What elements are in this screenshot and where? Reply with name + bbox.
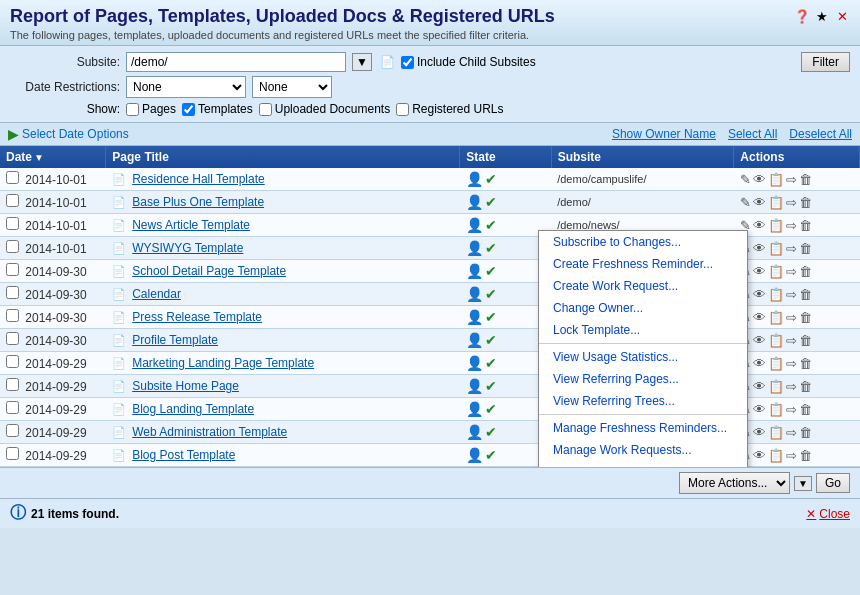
row-checkbox[interactable]	[6, 171, 19, 184]
move-icon[interactable]: ⇨	[786, 172, 797, 187]
view-icon[interactable]: 👁	[753, 379, 766, 394]
view-icon[interactable]: 👁	[753, 264, 766, 279]
view-icon[interactable]: 👁	[753, 310, 766, 325]
copy-icon[interactable]: 📋	[768, 264, 784, 279]
move-icon[interactable]: ⇨	[786, 425, 797, 440]
row-checkbox[interactable]	[6, 240, 19, 253]
copy-icon[interactable]: 📋	[768, 425, 784, 440]
delete-icon[interactable]: 🗑	[799, 425, 812, 440]
more-actions-select[interactable]: More Actions...	[679, 472, 790, 494]
uploaded-docs-checkbox-label[interactable]: Uploaded Documents	[259, 102, 390, 116]
deselect-all-link[interactable]: Deselect All	[789, 127, 852, 141]
show-owner-link[interactable]: Show Owner Name	[612, 127, 716, 141]
view-icon[interactable]: 👁	[753, 402, 766, 417]
move-icon[interactable]: ⇨	[786, 287, 797, 302]
row-checkbox[interactable]	[6, 286, 19, 299]
include-child-checkbox[interactable]	[401, 56, 414, 69]
context-menu-item[interactable]: Change Owner...	[539, 297, 747, 319]
copy-icon[interactable]: 📋	[768, 172, 784, 187]
view-icon[interactable]: 👁	[753, 241, 766, 256]
copy-icon[interactable]: 📋	[768, 218, 784, 233]
move-icon[interactable]: ⇨	[786, 356, 797, 371]
delete-icon[interactable]: 🗑	[799, 310, 812, 325]
help-icon[interactable]: ❓	[794, 8, 810, 24]
context-menu-item[interactable]: Subscribe to Changes...	[539, 231, 747, 253]
copy-icon[interactable]: 📋	[768, 287, 784, 302]
delete-icon[interactable]: 🗑	[799, 448, 812, 463]
move-icon[interactable]: ⇨	[786, 333, 797, 348]
move-icon[interactable]: ⇨	[786, 448, 797, 463]
view-icon[interactable]: 👁	[753, 448, 766, 463]
move-icon[interactable]: ⇨	[786, 379, 797, 394]
move-icon[interactable]: ⇨	[786, 310, 797, 325]
move-icon[interactable]: ⇨	[786, 402, 797, 417]
uploaded-docs-checkbox[interactable]	[259, 103, 272, 116]
context-menu-item[interactable]: Manage Contacts...	[539, 461, 747, 467]
page-title-link[interactable]: Press Release Template	[132, 310, 262, 324]
move-icon[interactable]: ⇨	[786, 264, 797, 279]
view-icon[interactable]: 👁	[753, 356, 766, 371]
col-page-title[interactable]: Page Title	[106, 146, 460, 168]
row-checkbox[interactable]	[6, 424, 19, 437]
delete-icon[interactable]: 🗑	[799, 264, 812, 279]
view-icon[interactable]: 👁	[753, 425, 766, 440]
delete-icon[interactable]: 🗑	[799, 356, 812, 371]
registered-urls-checkbox-label[interactable]: Registered URLs	[396, 102, 503, 116]
col-date[interactable]: Date▼	[0, 146, 106, 168]
date-select-2[interactable]: None	[252, 76, 332, 98]
view-icon[interactable]: 👁	[753, 218, 766, 233]
context-menu-item[interactable]: View Usage Statistics...	[539, 346, 747, 368]
page-title-link[interactable]: Subsite Home Page	[132, 379, 239, 393]
move-icon[interactable]: ⇨	[786, 195, 797, 210]
delete-icon[interactable]: 🗑	[799, 218, 812, 233]
page-title-link[interactable]: Blog Landing Template	[132, 402, 254, 416]
page-title-link[interactable]: Blog Post Template	[132, 448, 235, 462]
copy-icon[interactable]: 📋	[768, 379, 784, 394]
context-menu-item[interactable]: Lock Template...	[539, 319, 747, 341]
view-icon[interactable]: 👁	[753, 333, 766, 348]
subsite-dropdown-icon[interactable]: ▼	[352, 53, 372, 71]
row-checkbox[interactable]	[6, 332, 19, 345]
copy-icon[interactable]: 📋	[768, 333, 784, 348]
context-menu-item[interactable]: View Referring Pages...	[539, 368, 747, 390]
registered-urls-checkbox[interactable]	[396, 103, 409, 116]
copy-icon[interactable]: 📋	[768, 195, 784, 210]
copy-icon[interactable]: 📋	[768, 448, 784, 463]
row-checkbox[interactable]	[6, 309, 19, 322]
row-checkbox[interactable]	[6, 263, 19, 276]
page-title-link[interactable]: Web Administration Template	[132, 425, 287, 439]
row-checkbox[interactable]	[6, 217, 19, 230]
context-menu-item[interactable]: Manage Work Requests...	[539, 439, 747, 461]
row-checkbox[interactable]	[6, 447, 19, 460]
copy-icon[interactable]: 📋	[768, 402, 784, 417]
edit-icon[interactable]: ✎	[740, 172, 751, 187]
templates-checkbox-label[interactable]: Templates	[182, 102, 253, 116]
delete-icon[interactable]: 🗑	[799, 379, 812, 394]
row-checkbox[interactable]	[6, 378, 19, 391]
col-subsite[interactable]: Subsite	[551, 146, 734, 168]
delete-icon[interactable]: 🗑	[799, 195, 812, 210]
page-title-link[interactable]: Marketing Landing Page Template	[132, 356, 314, 370]
include-child-label[interactable]: Include Child Subsites	[401, 55, 536, 69]
copy-icon[interactable]: 📋	[768, 241, 784, 256]
row-checkbox[interactable]	[6, 194, 19, 207]
page-title-link[interactable]: School Detail Page Template	[132, 264, 286, 278]
context-menu-item[interactable]: Manage Freshness Reminders...	[539, 417, 747, 439]
close-button[interactable]: ✕ Close	[806, 507, 850, 521]
context-menu-item[interactable]: Create Work Request...	[539, 275, 747, 297]
row-checkbox[interactable]	[6, 355, 19, 368]
page-title-link[interactable]: Base Plus One Template	[132, 195, 264, 209]
page-title-link[interactable]: News Article Template	[132, 218, 250, 232]
page-title-link[interactable]: Profile Template	[132, 333, 218, 347]
refresh-icon[interactable]: ★	[814, 8, 830, 24]
page-title-link[interactable]: WYSIWYG Template	[132, 241, 243, 255]
delete-icon[interactable]: 🗑	[799, 172, 812, 187]
date-select-1[interactable]: None	[126, 76, 246, 98]
filter-button[interactable]: Filter	[801, 52, 850, 72]
close-icon[interactable]: ✕	[834, 8, 850, 24]
move-icon[interactable]: ⇨	[786, 241, 797, 256]
delete-icon[interactable]: 🗑	[799, 241, 812, 256]
view-icon[interactable]: 👁	[753, 172, 766, 187]
edit-icon[interactable]: ✎	[740, 195, 751, 210]
go-button[interactable]: Go	[816, 473, 850, 493]
